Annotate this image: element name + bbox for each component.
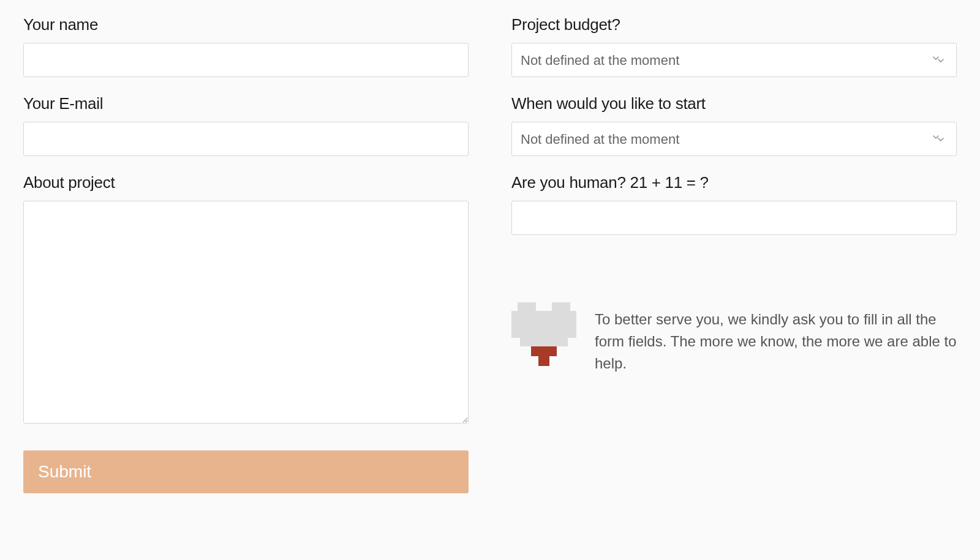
budget-select-wrapper: Not defined at the moment xyxy=(511,43,957,77)
name-input[interactable] xyxy=(23,43,469,77)
help-note: To better serve you, we kindly ask you t… xyxy=(511,302,957,375)
about-textarea[interactable] xyxy=(23,201,469,424)
budget-group: Project budget? Not defined at the momen… xyxy=(511,15,957,77)
about-label: About project xyxy=(23,173,469,192)
svg-rect-1 xyxy=(552,302,570,311)
about-group: About project xyxy=(23,173,469,426)
submit-button[interactable]: Submit xyxy=(23,450,469,493)
svg-rect-3 xyxy=(520,338,568,346)
svg-rect-2 xyxy=(511,311,576,338)
help-text: To better serve you, we kindly ask you t… xyxy=(595,302,957,375)
form-left-column: Your name Your E-mail About project Subm… xyxy=(23,15,469,493)
start-group: When would you like to start Not defined… xyxy=(511,94,957,156)
start-select-wrapper: Not defined at the moment xyxy=(511,122,957,156)
svg-rect-5 xyxy=(538,356,549,366)
svg-rect-4 xyxy=(531,346,557,356)
email-group: Your E-mail xyxy=(23,94,469,156)
captcha-group: Are you human? 21 + 11 = ? xyxy=(511,173,957,235)
form-right-column: Project budget? Not defined at the momen… xyxy=(511,15,957,493)
budget-label: Project budget? xyxy=(511,15,957,34)
email-label: Your E-mail xyxy=(23,94,469,113)
name-group: Your name xyxy=(23,15,469,77)
captcha-label: Are you human? 21 + 11 = ? xyxy=(511,173,957,192)
start-select[interactable]: Not defined at the moment xyxy=(511,122,957,156)
svg-rect-0 xyxy=(518,302,536,311)
name-label: Your name xyxy=(23,15,469,34)
budget-select[interactable]: Not defined at the moment xyxy=(511,43,957,77)
heart-pixel-icon xyxy=(511,302,576,366)
captcha-input[interactable] xyxy=(511,201,957,235)
email-input[interactable] xyxy=(23,122,469,156)
contact-form: Your name Your E-mail About project Subm… xyxy=(23,15,957,493)
start-label: When would you like to start xyxy=(511,94,957,113)
